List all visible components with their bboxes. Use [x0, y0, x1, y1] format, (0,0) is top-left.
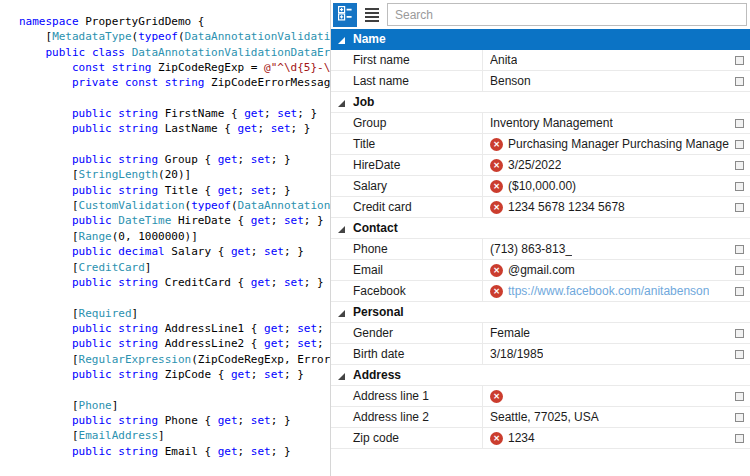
- property-value-cell[interactable]: Female: [482, 323, 750, 343]
- code-editor-pane[interactable]: namespace PropertyGridDemo { [MetadataTy…: [0, 0, 330, 476]
- property-row[interactable]: Credit card✕1234 5678 1234 5678: [331, 197, 750, 218]
- value-edit-marker[interactable]: [735, 287, 744, 296]
- code-token: [158, 76, 165, 89]
- property-row[interactable]: GroupInventory Management: [331, 113, 750, 134]
- property-label[interactable]: HireDate: [331, 158, 482, 172]
- code-token: string: [118, 322, 158, 335]
- code-token: ;: [264, 107, 277, 120]
- value-edit-marker[interactable]: [735, 392, 744, 401]
- code-token: get: [251, 214, 271, 227]
- code-token: CustomValidation: [79, 199, 185, 212]
- code-line: const string ZipCodeRegExp = @"^\d{5}-\d: [19, 60, 330, 75]
- code-token: ;: [271, 214, 284, 227]
- code-line: public string Email { get; set; }: [19, 444, 330, 459]
- property-row[interactable]: Birth date3/18/1985: [331, 344, 750, 365]
- expander-icon[interactable]: [338, 226, 345, 233]
- property-label[interactable]: Email: [331, 263, 482, 277]
- property-value-cell[interactable]: ✕1234 5678 1234 5678: [482, 197, 750, 217]
- code-token: [19, 107, 72, 120]
- code-token: get: [251, 276, 271, 289]
- property-row[interactable]: Salary✕($10,000.00): [331, 176, 750, 197]
- category-header[interactable]: Address: [331, 365, 750, 386]
- property-label[interactable]: Title: [331, 137, 482, 151]
- property-row[interactable]: Title✕Purchasing Manager Purchasing Mana…: [331, 134, 750, 155]
- code-token: set: [297, 322, 317, 335]
- value-edit-marker[interactable]: [735, 161, 744, 170]
- property-row[interactable]: First nameAnita: [331, 50, 750, 71]
- property-label[interactable]: Zip code: [331, 431, 482, 445]
- property-label[interactable]: Birth date: [331, 347, 482, 361]
- value-edit-marker[interactable]: [735, 203, 744, 212]
- property-row[interactable]: Address line 2Seattle, 77025, USA: [331, 407, 750, 428]
- value-edit-marker[interactable]: [735, 182, 744, 191]
- property-value-cell[interactable]: ✕3/25/2022: [482, 155, 750, 175]
- code-token: ZipCodeRegExp =: [151, 61, 264, 74]
- property-row[interactable]: Last nameBenson: [331, 71, 750, 92]
- property-label[interactable]: Group: [331, 116, 482, 130]
- value-edit-marker[interactable]: [735, 329, 744, 338]
- code-token: [19, 76, 72, 89]
- property-label[interactable]: Last name: [331, 74, 482, 88]
- value-edit-marker[interactable]: [735, 140, 744, 149]
- property-value-cell[interactable]: ✕1234: [482, 428, 750, 448]
- property-label[interactable]: Facebook: [331, 284, 482, 298]
- category-header[interactable]: Personal: [331, 302, 750, 323]
- property-value-cell[interactable]: (713) 863-813_: [482, 239, 750, 259]
- code-token: ZipCode {: [158, 368, 231, 381]
- expander-icon[interactable]: [338, 37, 345, 44]
- property-row[interactable]: Phone(713) 863-813_: [331, 239, 750, 260]
- value-edit-marker[interactable]: [735, 266, 744, 275]
- code-token: ; }: [291, 122, 311, 135]
- property-label[interactable]: Address line 1: [331, 389, 482, 403]
- value-edit-marker[interactable]: [735, 350, 744, 359]
- value-edit-marker[interactable]: [735, 434, 744, 443]
- expander-icon[interactable]: [338, 310, 345, 317]
- property-value-cell[interactable]: Inventory Management: [482, 113, 750, 133]
- expander-icon[interactable]: [338, 373, 345, 380]
- property-row[interactable]: Address line 1✕: [331, 386, 750, 407]
- property-row[interactable]: Email✕@gmail.com: [331, 260, 750, 281]
- property-value-link[interactable]: ttps://www.facebook.com/anitabenson: [508, 284, 709, 298]
- alphabetical-view-button[interactable]: [360, 3, 384, 27]
- property-label[interactable]: Salary: [331, 179, 482, 193]
- property-value-cell[interactable]: ✕Purchasing Manager Purchasing Manager: [482, 134, 750, 154]
- property-label[interactable]: Credit card: [331, 200, 482, 214]
- property-value-cell[interactable]: ✕($10,000.00): [482, 176, 750, 196]
- property-label[interactable]: Gender: [331, 326, 482, 340]
- property-value-cell[interactable]: ✕@gmail.com: [482, 260, 750, 280]
- category-header[interactable]: Contact: [331, 218, 750, 239]
- code-token: public: [72, 214, 112, 227]
- value-edit-marker[interactable]: [735, 245, 744, 254]
- value-edit-marker[interactable]: [735, 77, 744, 86]
- code-token: string: [118, 445, 158, 458]
- code-line: public string Group { get; set; }: [19, 152, 330, 167]
- category-header[interactable]: Job: [331, 92, 750, 113]
- value-edit-marker[interactable]: [735, 119, 744, 128]
- property-label[interactable]: Phone: [331, 242, 482, 256]
- property-value-cell[interactable]: Seattle, 77025, USA: [482, 407, 750, 427]
- property-label[interactable]: First name: [331, 53, 482, 67]
- code-token: Email {: [158, 445, 218, 458]
- category-header[interactable]: Name: [331, 29, 750, 50]
- code-token: const: [125, 76, 158, 89]
- code-token: typeof: [138, 30, 178, 43]
- value-edit-marker[interactable]: [735, 56, 744, 65]
- code-token: (20)]: [158, 168, 191, 181]
- property-value-cell[interactable]: ✕ttps://www.facebook.com/anitabenson: [482, 281, 750, 301]
- property-row[interactable]: Zip code✕1234: [331, 428, 750, 449]
- categorized-view-button[interactable]: [333, 3, 357, 27]
- expander-icon[interactable]: [338, 100, 345, 107]
- property-row[interactable]: HireDate✕3/25/2022: [331, 155, 750, 176]
- search-input[interactable]: [387, 3, 747, 26]
- value-edit-marker[interactable]: [735, 413, 744, 422]
- property-row[interactable]: Facebook✕ttps://www.facebook.com/anitabe…: [331, 281, 750, 302]
- property-value-cell[interactable]: Anita: [482, 50, 750, 70]
- property-value-cell[interactable]: ✕: [482, 386, 750, 406]
- property-value-cell[interactable]: 3/18/1985: [482, 344, 750, 364]
- property-value: 3/25/2022: [508, 158, 561, 172]
- property-label[interactable]: Address line 2: [331, 410, 482, 424]
- property-row[interactable]: GenderFemale: [331, 323, 750, 344]
- code-token: [: [19, 168, 79, 181]
- code-token: ]: [112, 399, 119, 412]
- property-value-cell[interactable]: Benson: [482, 71, 750, 91]
